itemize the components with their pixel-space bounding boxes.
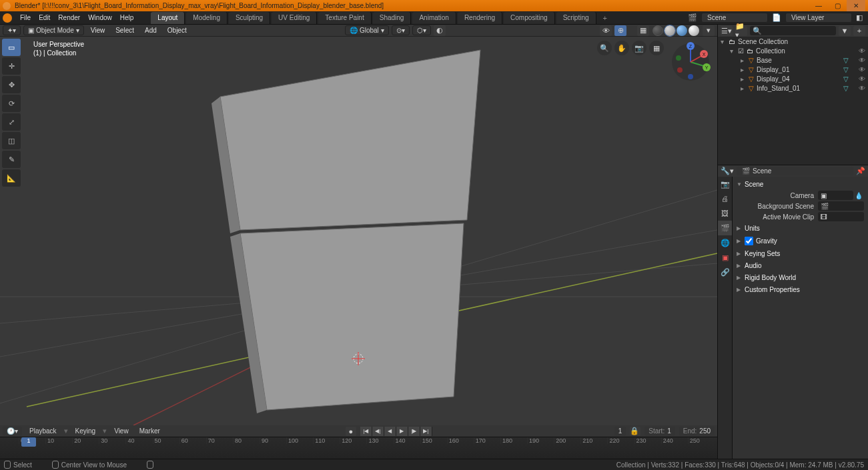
lock-range-icon[interactable]: 🔒	[630, 427, 640, 436]
overlays-button[interactable]: ⊕	[614, 25, 626, 36]
proportional-edit-button[interactable]: ◐	[434, 25, 446, 36]
tab-render[interactable]: 📷	[718, 177, 732, 191]
tab-output[interactable]: 🖨	[718, 191, 732, 206]
pin-icon[interactable]: 📌	[856, 167, 865, 175]
nav-pan-icon[interactable]: ✋	[614, 41, 629, 55]
tab-scene[interactable]: 🎬	[718, 221, 732, 235]
minimize-button[interactable]: —	[809, 0, 828, 11]
nav-camera-icon[interactable]: 📷	[632, 41, 646, 55]
viewport-3d[interactable]: User Perspective (1) | Collection ▭ ✛ ✥ …	[0, 37, 717, 425]
eyedropper-icon[interactable]: 💧	[853, 192, 864, 199]
workspace-uv[interactable]: UV Editing	[272, 12, 317, 24]
xray-button[interactable]: ▦	[637, 25, 649, 36]
timeline-menu-view[interactable]: View	[111, 427, 132, 435]
timeline-editor-type[interactable]: 🕐▾	[3, 427, 22, 436]
shading-wireframe[interactable]	[653, 25, 663, 36]
tool-measure[interactable]: 📐	[2, 169, 21, 187]
tab-constraints[interactable]: 🔗	[718, 265, 732, 279]
tool-cursor[interactable]: ✛	[2, 57, 21, 75]
menu-file[interactable]: File	[16, 11, 35, 25]
menu-edit[interactable]: Edit	[35, 11, 54, 25]
pivot-dropdown[interactable]: ⊙▾	[392, 25, 410, 35]
workspace-compositing[interactable]: Compositing	[504, 12, 555, 24]
camera-field[interactable]: ▣	[818, 191, 853, 200]
shading-options-dropdown[interactable]: ▾	[703, 25, 715, 36]
menu-help[interactable]: Help	[116, 11, 138, 25]
tab-world[interactable]: 🌐	[718, 235, 732, 250]
nav-perspective-icon[interactable]: ▦	[649, 41, 664, 55]
close-button[interactable]: ✕	[847, 0, 865, 11]
end-frame-input[interactable]: End:250	[679, 427, 715, 436]
view3d-menu-add[interactable]: Add	[141, 27, 161, 34]
tool-transform[interactable]: ◫	[2, 132, 21, 149]
keyframe-next-button[interactable]: |▶	[408, 427, 420, 436]
outliner-tree[interactable]: ▾ 🗀Scene Collection ▾ ☑🗀Collection 👁 ▸▽B…	[718, 37, 868, 165]
outliner-filter-button[interactable]: ▼	[839, 26, 851, 36]
jump-end-button[interactable]: ▶|	[420, 427, 432, 436]
workspace-modeling[interactable]: Modeling	[186, 12, 228, 24]
tool-rotate[interactable]: ⟳	[2, 95, 21, 112]
timeline-track[interactable]: 0102030405060708090100110120130140150160…	[0, 437, 717, 459]
bgscene-field[interactable]: 🎬	[818, 201, 864, 211]
scene-selector[interactable]: Scene	[701, 13, 768, 23]
blender-icon[interactable]	[3, 13, 12, 23]
play-button[interactable]: ▶	[396, 427, 408, 436]
workspace-sculpting[interactable]: Sculpting	[229, 12, 270, 24]
shading-solid[interactable]	[665, 25, 675, 36]
workspace-scripting[interactable]: Scripting	[556, 12, 596, 24]
autokey-button[interactable]: ●	[346, 427, 356, 436]
filter-icon[interactable]: ◧	[856, 13, 865, 23]
workspace-layout[interactable]: Layout	[151, 12, 185, 24]
timeline-menu-marker[interactable]: Marker	[136, 427, 163, 435]
snap-dropdown[interactable]: ⬡▾	[412, 25, 431, 35]
properties-panel: ▼Scene Camera ▣ 💧 Background Scene 🎬 Act…	[733, 177, 868, 459]
workspace-animation[interactable]: Animation	[412, 12, 456, 24]
start-frame-input[interactable]: Start:1	[644, 427, 675, 436]
shading-lookdev[interactable]	[677, 25, 687, 36]
tool-move[interactable]: ✥	[2, 76, 21, 93]
maximize-button[interactable]: ▢	[828, 0, 847, 11]
mode-dropdown[interactable]: ▣ Object Mode ▾	[23, 25, 84, 35]
keyframe-prev-button[interactable]: ◀|	[372, 427, 384, 436]
view3d-menu-object[interactable]: Object	[163, 27, 191, 34]
properties-editor-type[interactable]: 🔧▾	[721, 167, 734, 175]
current-frame-input[interactable]: 1	[614, 427, 626, 436]
visibility-toggle[interactable]: 👁	[856, 47, 868, 55]
tab-viewlayer[interactable]: 🖼	[718, 206, 732, 221]
outliner-new-collection[interactable]: +	[853, 26, 865, 36]
outliner-item[interactable]: ▸▽Display_04▽👁	[718, 74, 868, 83]
playhead[interactable]: 1	[21, 437, 36, 447]
nav-zoom-icon[interactable]: 🔍	[597, 41, 612, 55]
clip-field[interactable]: 🎞	[818, 212, 864, 221]
outliner-item[interactable]: ▸▽Base▽👁	[718, 55, 868, 65]
outliner-search-input[interactable]: 🔍	[750, 26, 836, 35]
viewlayer-selector[interactable]: View Layer	[785, 13, 852, 23]
gizmo-visibility-button[interactable]: 👁	[600, 25, 612, 36]
view3d-menu-select[interactable]: Select	[111, 27, 138, 34]
gravity-checkbox[interactable]	[745, 237, 753, 245]
play-reverse-button[interactable]: ◀	[384, 427, 396, 436]
outliner-item[interactable]: ▸▽Display_01▽👁	[718, 65, 868, 74]
properties-breadcrumb[interactable]: 🎬 Scene	[737, 167, 853, 175]
workspace-add-button[interactable]: +	[598, 12, 612, 24]
axis-gizmo[interactable]: Y Z X	[671, 42, 711, 82]
shading-rendered[interactable]	[689, 25, 699, 36]
tool-select-box[interactable]: ▭	[2, 39, 21, 56]
view3d-menu-view[interactable]: View	[87, 27, 109, 34]
workspace-texpaint[interactable]: Texture Paint	[318, 12, 371, 24]
jump-start-button[interactable]: |◀	[360, 427, 372, 436]
outliner-item[interactable]: ▸▽Info_Stand_01▽👁	[718, 83, 868, 93]
timeline-menu-playback[interactable]: Playback	[26, 427, 60, 435]
workspace-shading[interactable]: Shading	[373, 12, 412, 24]
tool-scale[interactable]: ⤢	[2, 113, 21, 131]
timeline-menu-keying[interactable]: Keying	[72, 427, 99, 435]
outliner-display-mode[interactable]: 📁▾	[735, 26, 747, 36]
tab-object[interactable]: ▣	[718, 250, 732, 265]
orientation-dropdown[interactable]: 🌐 Global ▾	[345, 25, 389, 35]
tool-annotate[interactable]: ✎	[2, 151, 21, 168]
outliner-editor-type[interactable]: ☰▾	[721, 26, 733, 36]
menu-window[interactable]: Window	[84, 11, 116, 25]
editor-type-dropdown[interactable]: ✦▾	[3, 25, 21, 35]
menu-render[interactable]: Render	[54, 11, 84, 25]
workspace-rendering[interactable]: Rendering	[458, 12, 502, 24]
